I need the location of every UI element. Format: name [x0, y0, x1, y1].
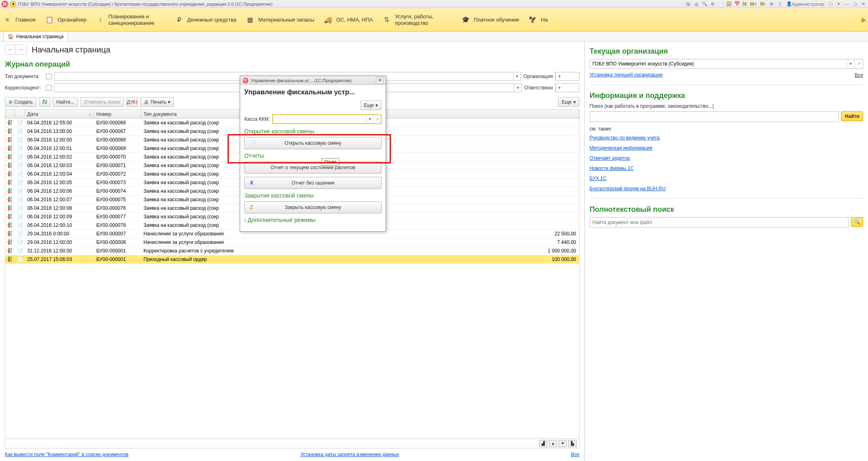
- extra-modes-heading[interactable]: Дополнительные режимы: [244, 217, 382, 223]
- cancel-search-button[interactable]: Отменить поиск: [80, 97, 124, 107]
- cell-sum: [522, 190, 579, 192]
- print-icon[interactable]: 🖨: [693, 1, 700, 7]
- info-link-0[interactable]: Руководство по ведению учета: [590, 135, 863, 141]
- org-input[interactable]: [590, 59, 846, 68]
- cell-number: БУ00-000067: [94, 128, 141, 135]
- info-link-2[interactable]: Отвечает аудитор: [590, 155, 863, 161]
- doc-icon: 📄: [15, 119, 25, 126]
- info-link-5[interactable]: Бухгалтерский форум на BUH.RU: [590, 186, 863, 192]
- table-row[interactable]: ДтКт📄31.12.2016 12:00:00БУ00-000001Корре…: [5, 247, 579, 255]
- scroll-top-button[interactable]: ▟: [539, 440, 547, 447]
- modal-close-button[interactable]: ✕: [376, 77, 383, 84]
- m-button[interactable]: M: [742, 1, 748, 7]
- open-shift-button[interactable]: 📄Открыть кассовую смену: [244, 137, 382, 149]
- th-number[interactable]: Номер: [94, 110, 141, 118]
- minimize-icon[interactable]: —: [844, 1, 850, 7]
- dtkt-icon: ДтКт: [127, 99, 137, 105]
- org-dropdown-icon[interactable]: ▼: [556, 72, 563, 80]
- th-icon[interactable]: [15, 110, 25, 118]
- modal-more-button[interactable]: Еще ▾: [360, 100, 382, 110]
- org-set-link[interactable]: Установка текущей организации: [590, 72, 663, 78]
- back-button[interactable]: ←: [5, 45, 16, 54]
- kkm-open-icon[interactable]: ↗: [373, 115, 381, 123]
- more-button[interactable]: Еще ▾: [558, 97, 579, 107]
- kkm-input[interactable]: [273, 115, 366, 123]
- corr-dropdown-icon[interactable]: ▼: [514, 84, 521, 92]
- table-row[interactable]: ДтКт📄29.04.2016 12:00:00БУ00-000008Начис…: [5, 238, 579, 247]
- nav-services[interactable]: ⇅Услуги, работы, производство: [383, 13, 452, 26]
- org-open-icon[interactable]: ↗: [855, 59, 863, 68]
- dropdown-icon[interactable]: ▾: [10, 1, 16, 7]
- report-x-button[interactable]: XОтчет без гашения: [244, 177, 382, 189]
- refresh-button[interactable]: 🗘: [39, 97, 50, 107]
- fts-input[interactable]: [590, 217, 848, 228]
- corr-checkbox[interactable]: [46, 85, 52, 91]
- close-icon[interactable]: ✕: [860, 1, 866, 7]
- fts-search-button[interactable]: 🔍: [851, 217, 863, 227]
- find-button[interactable]: Найти...: [53, 97, 78, 107]
- info-icon[interactable]: ⓘ: [827, 1, 834, 7]
- save-icon[interactable]: 🖫: [685, 1, 692, 7]
- zoom-icon[interactable]: ⊕: [768, 1, 775, 7]
- forward-button[interactable]: →: [16, 45, 26, 54]
- nav-planning[interactable]: ↕Планирование и санкционирование: [96, 13, 165, 26]
- calc-icon[interactable]: 🧮: [726, 1, 732, 7]
- print-button[interactable]: 🖨Печать ▾: [140, 97, 174, 107]
- calendar-icon[interactable]: 📅: [734, 1, 740, 7]
- cell-date: 04.04.2016 12:55:00: [25, 119, 94, 126]
- kkm-dropdown-icon[interactable]: ▼: [366, 115, 373, 123]
- comment-link[interactable]: Как вывести поле "Комментарий" в списке …: [5, 452, 128, 458]
- info-link-4[interactable]: БУХ.1С: [590, 176, 863, 182]
- info-link-1[interactable]: Методическая информация: [590, 145, 863, 151]
- nav-money[interactable]: ₽Денежные средства: [175, 16, 237, 24]
- th-date[interactable]: Дата↓: [25, 110, 94, 118]
- nav-organizer[interactable]: 📋Органайзер: [46, 16, 87, 24]
- table-row[interactable]: ДтКт📄25.07.2017 15:06:03БУ00-000001Прихо…: [5, 255, 579, 264]
- dropdown2-icon[interactable]: ▾: [835, 1, 842, 7]
- lock-date-link[interactable]: Установка даты запрета изменения данных: [300, 452, 399, 458]
- info-link-3[interactable]: Новости фирмы 1С: [590, 165, 863, 172]
- copy-icon[interactable]: 📄: [718, 1, 724, 7]
- compare-icon[interactable]: ⊕: [710, 1, 716, 7]
- org-dd-icon[interactable]: ▼: [846, 59, 855, 68]
- preview-icon[interactable]: 🔍: [701, 1, 708, 7]
- cell-sum: [522, 130, 579, 132]
- tab-home[interactable]: 🏠 Начальная страница: [3, 31, 68, 41]
- help-search-input[interactable]: [590, 111, 839, 122]
- all-link[interactable]: Все: [571, 452, 579, 458]
- nav-assets[interactable]: 🚚ОС, НМА, НПА: [324, 16, 373, 24]
- resp-dropdown-icon[interactable]: ▼: [556, 84, 563, 92]
- org-heading: Текущая организация: [590, 47, 863, 56]
- create-button[interactable]: ⊕Создать: [5, 97, 37, 107]
- dtkt-mark: ДтКт: [5, 222, 15, 229]
- nav-scroll-right-icon[interactable]: ▶: [861, 16, 866, 24]
- scroll-down-button[interactable]: ▼: [559, 440, 567, 447]
- journal-heading: Журнал операций: [5, 60, 579, 69]
- m-plus-button[interactable]: M+: [749, 1, 758, 7]
- dtkt-mark: ДтКт: [5, 128, 15, 135]
- doc-type-dropdown-icon[interactable]: ▼: [513, 72, 521, 80]
- nav-more[interactable]: 🦅На: [529, 16, 548, 24]
- close-shift-button[interactable]: ZЗакрыть кассовую смену: [244, 201, 382, 213]
- main-nav: ≡Главное 📋Органайзер ↕Планирование и сан…: [0, 8, 868, 32]
- cell-number: БУ00-000078: [94, 222, 141, 229]
- clipboard-icon: 📋: [46, 16, 54, 24]
- panel-icon[interactable]: ▯: [777, 1, 783, 7]
- th-mark[interactable]: [5, 110, 15, 118]
- user-button[interactable]: 👤 Администратор: [785, 1, 826, 7]
- doc-type-checkbox[interactable]: [46, 74, 52, 79]
- cell-number: БУ00-000001: [94, 256, 141, 263]
- app-icon: 1c: [2, 1, 8, 7]
- maximize-icon[interactable]: ◻: [852, 1, 858, 7]
- dtkt-button[interactable]: ДтКт: [126, 97, 138, 107]
- org-all-link[interactable]: Все: [855, 72, 863, 78]
- help-find-button[interactable]: Найти: [841, 111, 863, 121]
- cell-number: БУ00-000076: [94, 204, 141, 212]
- m-minus-button[interactable]: M-: [760, 1, 767, 7]
- nav-main[interactable]: ≡Главное: [3, 16, 36, 24]
- report-current-button[interactable]: Отчет о текущем состоянии расчетов: [244, 161, 382, 174]
- scroll-bottom-button[interactable]: ▙: [569, 440, 577, 447]
- nav-materials[interactable]: ▦Материальные запасы: [246, 16, 315, 24]
- scroll-up-button[interactable]: ▲: [549, 440, 557, 447]
- nav-education[interactable]: 🎓Платное обучение: [462, 16, 519, 24]
